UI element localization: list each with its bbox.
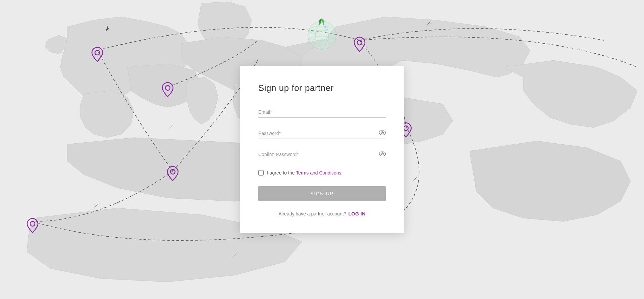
signup-modal: Sign up for partner I agree to the Terms… xyxy=(240,66,404,233)
svg-point-20 xyxy=(404,126,408,131)
svg-point-14 xyxy=(326,29,328,30)
already-account-text: Already have a partner account? xyxy=(278,211,346,216)
svg-point-15 xyxy=(95,50,100,55)
login-row: Already have a partner account?LOG IN xyxy=(258,211,386,216)
globe-logo xyxy=(305,17,339,50)
signup-button[interactable]: SIGN-UP xyxy=(258,186,386,201)
location-pin-2 xyxy=(162,82,174,97)
svg-point-18 xyxy=(30,221,35,226)
password-input[interactable] xyxy=(258,128,386,139)
password-group xyxy=(258,128,386,139)
terms-label[interactable]: I agree to the Terms and Conditions xyxy=(267,170,341,176)
confirm-password-toggle-icon[interactable] xyxy=(379,151,386,158)
svg-point-13 xyxy=(324,26,326,28)
location-pin-5 xyxy=(354,37,366,52)
svg-point-25 xyxy=(382,153,383,154)
email-input[interactable] xyxy=(258,107,386,118)
location-pin-3 xyxy=(167,166,179,181)
location-pin-1 xyxy=(91,47,103,62)
location-pin-4 xyxy=(26,218,39,233)
svg-point-17 xyxy=(170,169,175,174)
svg-point-19 xyxy=(357,40,362,45)
confirm-password-input[interactable] xyxy=(258,149,386,160)
terms-row: I agree to the Terms and Conditions xyxy=(258,170,386,176)
svg-point-16 xyxy=(165,86,170,90)
terms-checkbox[interactable] xyxy=(258,170,264,176)
terms-conditions-link[interactable]: Terms and Conditions xyxy=(296,170,341,176)
email-group xyxy=(258,107,386,118)
confirm-password-group xyxy=(258,149,386,160)
svg-point-23 xyxy=(382,132,383,133)
password-toggle-icon[interactable] xyxy=(379,130,386,137)
modal-title: Sign up for partner xyxy=(258,83,386,93)
login-link[interactable]: LOG IN xyxy=(348,211,366,216)
